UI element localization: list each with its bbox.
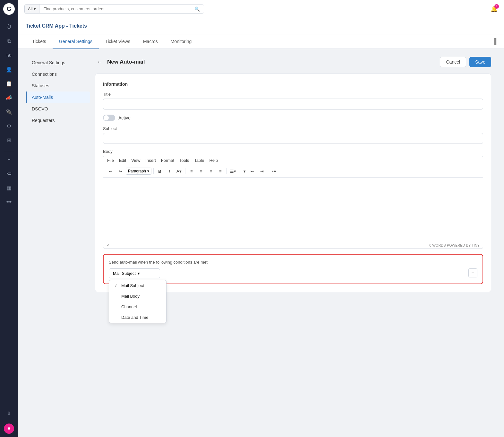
nav-requesters[interactable]: Requesters bbox=[26, 115, 90, 126]
app-logo[interactable]: G bbox=[3, 3, 15, 15]
undo-button[interactable]: ↩ bbox=[107, 167, 115, 175]
menu-insert[interactable]: Insert bbox=[145, 158, 156, 163]
indent-button[interactable]: ⇥ bbox=[258, 167, 266, 175]
grid-icon[interactable]: ⊞ bbox=[3, 134, 15, 146]
menu-edit[interactable]: Edit bbox=[119, 158, 126, 163]
toolbar-divider-4 bbox=[268, 168, 268, 174]
tabs-bar: Tickets General Settings Ticket Views Ma… bbox=[18, 34, 504, 49]
form-header-left: ← New Auto-mail bbox=[95, 57, 145, 66]
align-center-button[interactable]: ≡ bbox=[197, 167, 205, 175]
tab-general-settings[interactable]: General Settings bbox=[53, 34, 99, 49]
megaphone-icon[interactable]: 📣 bbox=[3, 92, 15, 103]
menu-table[interactable]: Table bbox=[194, 158, 204, 163]
tab-tickets[interactable]: Tickets bbox=[26, 34, 53, 49]
puzzle-icon[interactable]: 🔌 bbox=[3, 106, 15, 118]
users-icon[interactable]: 👤 bbox=[3, 64, 15, 75]
search-filter-dropdown[interactable]: All ▾ bbox=[25, 4, 39, 13]
italic-button[interactable]: I bbox=[165, 167, 174, 175]
align-justify-button[interactable]: ≡ bbox=[216, 167, 225, 175]
search-filter-label: All bbox=[28, 6, 32, 11]
title-label: Title bbox=[103, 92, 483, 97]
form-actions: Cancel Save bbox=[440, 57, 491, 67]
table-icon[interactable]: ▦ bbox=[3, 182, 15, 194]
nav-general-settings[interactable]: General Settings bbox=[26, 57, 90, 68]
condition-option-label: Mail Body bbox=[121, 294, 140, 299]
body-label: Body bbox=[103, 149, 483, 154]
remove-condition-button[interactable]: − bbox=[468, 268, 477, 277]
menu-help[interactable]: Help bbox=[209, 158, 218, 163]
search-input[interactable] bbox=[39, 4, 191, 13]
condition-dropdown-container: Mail Subject ▾ ✓ Mail Subject bbox=[109, 268, 160, 278]
nav-statuses[interactable]: Statuses bbox=[26, 80, 90, 92]
dots-icon[interactable]: ••• bbox=[3, 196, 15, 208]
form-title: New Auto-mail bbox=[107, 59, 145, 65]
left-nav: General Settings Connections Statuses Au… bbox=[26, 57, 90, 292]
editor-word-count: 0 WORDS POWERED BY TINY bbox=[429, 243, 480, 247]
nav-dsgvo[interactable]: DSGVO bbox=[26, 103, 90, 115]
tab-macros[interactable]: Macros bbox=[137, 34, 164, 49]
toggle-knob bbox=[104, 115, 109, 120]
gear-icon[interactable]: ⚙ bbox=[3, 120, 15, 132]
condition-option-label: Channel bbox=[121, 304, 137, 309]
topbar-right: 🔔 1 bbox=[491, 5, 498, 13]
condition-option-mail-subject[interactable]: ✓ Mail Subject bbox=[109, 280, 166, 291]
tab-ticket-views[interactable]: Ticket Views bbox=[99, 34, 137, 49]
search-bar: All ▾ 🔍 bbox=[24, 4, 204, 14]
clock-icon[interactable]: ⏱ bbox=[3, 21, 15, 33]
clipboard-icon[interactable]: 📋 bbox=[3, 78, 15, 89]
condition-option-channel[interactable]: Channel bbox=[109, 302, 166, 312]
nav-connections[interactable]: Connections bbox=[26, 68, 90, 80]
editor-footer: P 0 WORDS POWERED BY TINY bbox=[103, 242, 483, 249]
subject-label: Subject bbox=[103, 126, 483, 131]
menu-file[interactable]: File bbox=[107, 158, 114, 163]
outdent-button[interactable]: ⇤ bbox=[248, 167, 256, 175]
tab-monitoring[interactable]: Monitoring bbox=[164, 34, 198, 49]
sidebar-divider bbox=[4, 151, 14, 151]
more-button[interactable]: ••• bbox=[270, 167, 278, 175]
plus-icon[interactable]: + bbox=[3, 154, 15, 165]
bullet-list-button[interactable]: ☰▾ bbox=[229, 167, 237, 175]
search-button[interactable]: 🔍 bbox=[191, 4, 204, 13]
bold-button[interactable]: B bbox=[156, 167, 164, 175]
checkmark-icon: ✓ bbox=[114, 284, 119, 288]
highlight-button[interactable]: A▾ bbox=[175, 167, 183, 175]
editor-cursor-pos: P bbox=[107, 243, 109, 247]
title-field-group: Title bbox=[103, 92, 483, 109]
info-icon[interactable]: ℹ bbox=[3, 407, 15, 418]
paragraph-label: Paragraph bbox=[128, 169, 146, 173]
condition-select[interactable]: Mail Subject ▾ bbox=[109, 268, 160, 278]
shop-icon[interactable]: 🛍 bbox=[3, 49, 15, 61]
align-left-button[interactable]: ≡ bbox=[187, 167, 196, 175]
tag-icon[interactable]: 🏷 bbox=[3, 168, 15, 179]
cancel-button[interactable]: Cancel bbox=[440, 57, 466, 67]
title-input[interactable] bbox=[103, 99, 483, 109]
editor-body[interactable] bbox=[103, 178, 483, 242]
menu-tools[interactable]: Tools bbox=[179, 158, 189, 163]
sidebar-bottom: ℹ A bbox=[3, 407, 15, 434]
condition-option-label: Mail Subject bbox=[121, 283, 144, 288]
back-button[interactable]: ← bbox=[95, 57, 104, 66]
paragraph-select[interactable]: Paragraph ▾ bbox=[126, 168, 151, 175]
layers-icon[interactable]: ⧉ bbox=[3, 35, 15, 47]
chevron-down-icon: ▾ bbox=[34, 6, 36, 11]
editor-menubar: File Edit View Insert Format Tools Table… bbox=[103, 156, 483, 165]
form-area: ← New Auto-mail Cancel Save Information … bbox=[90, 57, 496, 292]
save-button[interactable]: Save bbox=[469, 57, 491, 67]
redo-button[interactable]: ↪ bbox=[116, 167, 124, 175]
menu-format[interactable]: Format bbox=[161, 158, 174, 163]
avatar[interactable]: A bbox=[4, 424, 14, 434]
nav-auto-mails[interactable]: Auto-Mails bbox=[26, 92, 90, 103]
menu-view[interactable]: View bbox=[131, 158, 140, 163]
notification-bell[interactable]: 🔔 1 bbox=[491, 5, 498, 13]
active-toggle-row: Active bbox=[103, 115, 483, 121]
tabs-scroll-btn[interactable]: ▐ bbox=[492, 34, 496, 48]
condition-option-mail-body[interactable]: Mail Body bbox=[109, 291, 166, 302]
subject-input[interactable] bbox=[103, 133, 483, 144]
active-toggle[interactable] bbox=[103, 115, 115, 121]
editor-toolbar: ↩ ↪ Paragraph ▾ B I A▾ bbox=[103, 165, 483, 178]
ordered-list-button[interactable]: ≔▾ bbox=[238, 167, 247, 175]
condition-option-date-time[interactable]: Date and Time bbox=[109, 312, 166, 323]
subject-field-group: Subject bbox=[103, 126, 483, 144]
page-header: Ticket CRM App - Tickets bbox=[18, 18, 504, 34]
align-right-button[interactable]: ≡ bbox=[207, 167, 215, 175]
